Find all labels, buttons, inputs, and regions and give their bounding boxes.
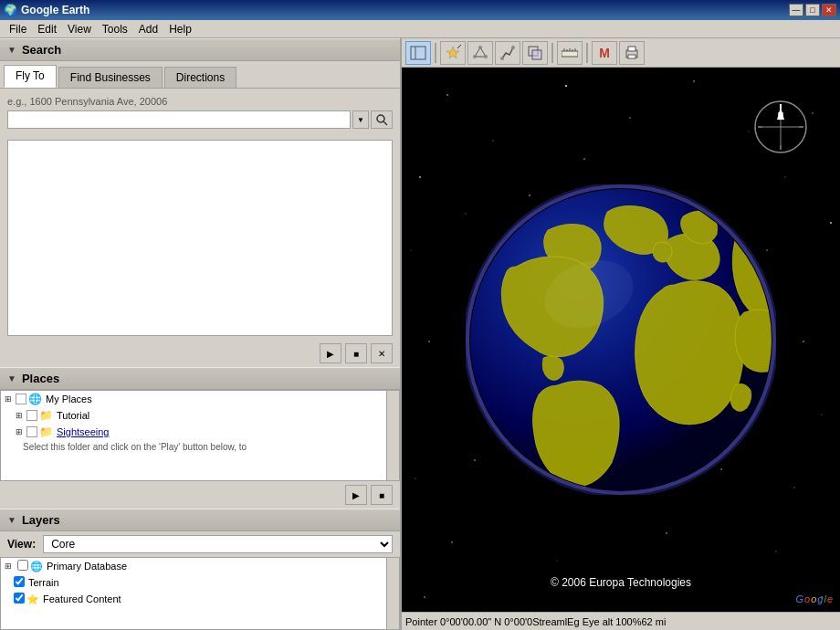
terrain-label: Terrain (28, 577, 59, 588)
list-item: ⊞ 🌐 My Places (1, 391, 386, 407)
expander-icon[interactable]: ⊞ (16, 411, 25, 420)
places-section-header: ▼ Places (0, 367, 400, 390)
search-icon (375, 113, 388, 126)
list-item: ⭐ Featured Content (1, 591, 386, 607)
title-bar: 🌍 Google Earth — □ ✕ (0, 0, 840, 20)
globe-svg (466, 184, 776, 495)
svg-line-1 (383, 121, 387, 125)
search-close-button[interactable]: ✕ (371, 343, 393, 363)
primary-db-checkbox[interactable] (17, 560, 28, 571)
sightseeing-checkbox[interactable] (26, 426, 37, 437)
copyright-text: © 2006 Europa Technologies (551, 576, 691, 589)
overlay-icon (528, 46, 542, 60)
checkbox-container (14, 576, 25, 589)
search-section-header: ▼ Search (0, 38, 400, 61)
places-section: ▼ Places ⊞ 🌐 My Places ⊞ 📁 Tutorial (0, 367, 400, 509)
menu-add[interactable]: Add (133, 21, 163, 37)
search-results (7, 140, 393, 336)
layers-view-row: View: Core All Custom (0, 531, 400, 557)
title-bar-left: 🌍 Google Earth (4, 4, 89, 16)
featured-content-label: Featured Content (43, 593, 121, 604)
ruler-button[interactable] (557, 41, 583, 65)
close-button[interactable]: ✕ (822, 4, 836, 16)
tab-find-businesses[interactable]: Find Businesses (58, 67, 163, 88)
path-button[interactable] (495, 41, 520, 65)
svg-rect-20 (628, 47, 635, 51)
star-icon: ⭐ (26, 593, 39, 605)
title-bar-controls: — □ ✕ (789, 4, 836, 16)
view-select[interactable]: Core All Custom (43, 535, 393, 553)
layers-scrollbar[interactable] (386, 558, 399, 629)
tutorial-label: Tutorial (57, 410, 89, 421)
placemark-icon (445, 45, 461, 61)
layers-section-title: Layers (22, 513, 60, 527)
svg-point-6 (478, 46, 482, 49)
globe-toolbar: M (402, 38, 840, 68)
ruler-icon (562, 48, 578, 58)
polygon-button[interactable] (467, 41, 493, 65)
minimize-button[interactable]: — (789, 4, 803, 16)
search-stop-button[interactable]: ■ (345, 343, 367, 363)
toolbar-divider (586, 43, 588, 63)
expander-icon[interactable]: ⊞ (5, 394, 14, 404)
overlay-button[interactable] (522, 41, 548, 65)
list-item: Terrain (1, 574, 386, 591)
search-dropdown-button[interactable]: ▼ (352, 110, 369, 129)
print-button[interactable] (619, 41, 645, 65)
checkbox-container (17, 560, 28, 572)
search-playback-controls: ▶ ■ ✕ (0, 340, 400, 367)
compass-svg: N (753, 100, 808, 154)
right-panel: M (402, 38, 840, 630)
terrain-checkbox[interactable] (14, 576, 25, 587)
menu-help[interactable]: Help (163, 21, 197, 37)
svg-rect-12 (532, 50, 541, 59)
places-scrollbar[interactable] (386, 391, 399, 480)
globe-icon: 🌐 (28, 393, 42, 405)
sightseeing-label[interactable]: Sightseeing (57, 426, 110, 437)
tab-fly-to[interactable]: Fly To (4, 65, 57, 88)
menu-file[interactable]: File (4, 21, 32, 37)
toolbar-divider (435, 43, 436, 63)
svg-point-0 (377, 115, 384, 122)
layers-section-header: ▼ Layers (0, 509, 400, 531)
menu-edit[interactable]: Edit (32, 21, 62, 37)
layers-section: ▼ Layers View: Core All Custom ⊞ (0, 509, 400, 630)
primary-db-label: Primary Database (47, 561, 127, 572)
list-item: ⊞ 📁 Tutorial (1, 407, 386, 424)
left-panel: ▼ Search Fly To Find Businesses Directio… (0, 38, 402, 630)
search-play-button[interactable]: ▶ (320, 343, 341, 363)
svg-rect-13 (562, 51, 578, 57)
search-collapse-arrow[interactable]: ▼ (7, 45, 16, 55)
search-button[interactable] (371, 110, 393, 129)
globe-view[interactable]: N © 2006 Europa Technologies G o o g l e (402, 68, 840, 612)
places-play-button[interactable]: ▶ (345, 485, 367, 505)
places-stop-button[interactable]: ■ (371, 485, 393, 505)
placemark-button[interactable] (440, 41, 466, 65)
menu-tools[interactable]: Tools (97, 21, 133, 37)
maximize-button[interactable]: □ (805, 4, 820, 16)
svg-point-8 (473, 55, 477, 58)
list-item: ⊞ 📁 Sightseeing (1, 424, 386, 440)
my-places-checkbox[interactable] (16, 394, 26, 404)
search-hint: e.g., 1600 Pennsylvania Ave, 20006 (7, 96, 393, 107)
tutorial-checkbox[interactable] (26, 410, 37, 421)
sidebar-toggle-button[interactable] (405, 41, 431, 65)
svg-line-4 (457, 45, 461, 48)
menu-bar: File Edit View Tools Add Help (0, 20, 840, 38)
search-input[interactable] (7, 110, 351, 129)
svg-point-10 (511, 46, 515, 49)
layers-collapse-arrow[interactable]: ▼ (7, 515, 16, 525)
expander-icon[interactable]: ⊞ (16, 427, 25, 436)
status-text: Pointer 0°00'00.00" N 0°00'0StreamlEg Ey… (405, 616, 666, 627)
svg-point-9 (500, 57, 504, 60)
menu-view[interactable]: View (62, 21, 97, 37)
expander-icon[interactable]: ⊞ (5, 562, 17, 571)
checkbox-container (14, 593, 25, 605)
svg-rect-2 (411, 47, 425, 59)
featured-content-checkbox[interactable] (14, 593, 25, 604)
places-collapse-arrow[interactable]: ▼ (7, 373, 16, 383)
status-bar: Pointer 0°00'00.00" N 0°00'0StreamlEg Ey… (402, 612, 840, 630)
places-hint: Select this folder and click on the 'Pla… (1, 440, 386, 454)
tab-directions[interactable]: Directions (164, 67, 236, 88)
email-button[interactable]: M (592, 41, 617, 65)
